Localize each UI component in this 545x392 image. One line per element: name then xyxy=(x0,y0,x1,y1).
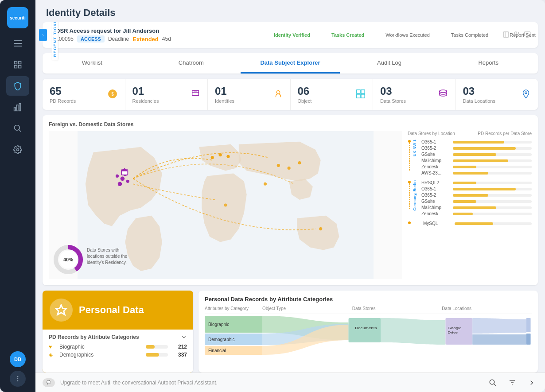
user-avatar[interactable]: DB xyxy=(10,351,26,367)
svg-point-37 xyxy=(116,175,119,178)
personal-data-panel: Personal Data PD Records by Attribute Ca… xyxy=(43,291,193,373)
stat-pd-records-label: PD Records xyxy=(50,98,76,104)
svg-rect-5 xyxy=(15,66,17,68)
legend-row-mailchimp: Mailchimp xyxy=(421,158,532,163)
sankey-demographic: Demographic xyxy=(205,334,262,345)
bottom-icons xyxy=(487,376,538,389)
svg-rect-2 xyxy=(14,46,22,47)
stat-identities-number: 01 xyxy=(215,85,234,97)
header: Identity Details xyxy=(35,0,545,22)
legend-bar-hrsql2 xyxy=(453,182,476,184)
ticket-progress: Identity Verified Tasks Created Workflow… xyxy=(274,32,495,38)
svg-rect-19 xyxy=(524,32,530,36)
pd-title: Personal Data xyxy=(79,304,144,316)
svg-point-14 xyxy=(17,378,19,380)
tab-audit-log[interactable]: Audit Log xyxy=(340,53,439,74)
sidebar: securiti DB xyxy=(0,0,35,392)
legend-row-aws: AWS-23... xyxy=(421,171,532,175)
stat-data-stores-label: Data Stores xyxy=(380,98,406,104)
svg-point-31 xyxy=(525,91,527,93)
sidebar-nav xyxy=(6,51,29,346)
search-icon-bottom[interactable] xyxy=(487,376,499,389)
legend-bar-o365-1-de xyxy=(453,188,516,190)
svg-rect-64 xyxy=(526,334,531,345)
ticket-icon-2[interactable] xyxy=(513,31,520,39)
svg-rect-0 xyxy=(14,40,22,41)
ticket-icon-1[interactable] xyxy=(502,31,510,39)
pd-chart-panel: Personal Data Records by Attribute Categ… xyxy=(199,291,538,373)
pd-record-label-demographics: Demographics xyxy=(59,352,142,358)
step-tasks-created: Tasks Created xyxy=(331,32,364,38)
svg-point-45 xyxy=(298,161,301,164)
svg-text:Drive: Drive xyxy=(448,330,458,334)
sidebar-item-search[interactable] xyxy=(6,119,29,138)
stat-object-content: 06 Object xyxy=(298,85,312,104)
donut-caption: Data Stores with locations outside the i… xyxy=(87,247,129,266)
pd-record-bar-fill-demographics xyxy=(146,353,159,357)
svg-point-56 xyxy=(408,221,411,224)
svg-rect-58 xyxy=(349,318,381,342)
legend-bar-o365-2-de xyxy=(453,194,488,197)
pd-record-count-biographic: 212 xyxy=(171,344,187,350)
legend-row-o365-2-de: O365-2 xyxy=(421,193,532,198)
region-label-mysql-empty xyxy=(413,221,419,225)
region-germany-rows: HRSQL2 O365-1 O365-2 xyxy=(421,180,532,217)
region-mysql: MySQL xyxy=(408,221,532,227)
legend-bar-mysql xyxy=(455,222,493,225)
svg-rect-6 xyxy=(19,66,21,68)
legend-bar-mailchimp-de xyxy=(453,206,496,209)
legend-bar-aws xyxy=(453,172,488,175)
pd-chart-col-locations: Data Locations xyxy=(442,306,532,311)
svg-point-35 xyxy=(118,182,122,186)
svg-rect-29 xyxy=(361,94,365,97)
sidebar-item-analytics[interactable] xyxy=(6,97,29,117)
map-visual: 40% Data Stores with locations outside t… xyxy=(49,131,402,279)
pd-records-header: PD Records by Attribute Categories xyxy=(49,334,187,340)
tab-chatroom[interactable]: Chatroom xyxy=(142,53,241,74)
donut-percent: 40% xyxy=(63,257,73,262)
ticket-title: DSR Access request for Jill Anderson xyxy=(56,27,171,34)
legend-row-o365-2: O365-2 xyxy=(421,146,532,151)
svg-point-44 xyxy=(288,167,291,170)
stat-residencies-number: 01 xyxy=(132,85,159,97)
tab-data-subject-explorer[interactable]: Data Subject Explorer xyxy=(241,53,340,74)
pd-records-section: PD Records by Attribute Categories ♥ Bio… xyxy=(43,330,193,373)
filter-icon-bottom[interactable] xyxy=(506,376,518,389)
svg-point-36 xyxy=(126,180,129,183)
legend-row-o365-1-de: O365-1 xyxy=(421,186,532,191)
ticket-icon-3[interactable] xyxy=(524,31,531,39)
lower-section: Foreign vs. Domestic Data Stores xyxy=(43,115,538,285)
pd-record-label-biographic: Biographic xyxy=(59,344,142,350)
bottom-bar: 💬 Upgrade to meet Auti, the conversation… xyxy=(35,373,545,392)
stat-residencies-icon xyxy=(191,89,200,100)
dropdown-chevron-icon[interactable] xyxy=(181,334,187,340)
svg-point-18 xyxy=(514,32,517,34)
arrow-icon-bottom[interactable] xyxy=(526,376,538,389)
logo-box: securiti xyxy=(7,7,28,28)
legend-row-mysql: MySQL xyxy=(423,221,532,226)
stat-residencies: 01 Residencies xyxy=(125,79,208,110)
more-options[interactable] xyxy=(10,371,26,387)
hamburger-menu[interactable] xyxy=(0,35,35,51)
sidebar-item-settings[interactable] xyxy=(6,140,29,159)
main-content: Identity Details › DSR Access request fo… xyxy=(35,0,545,392)
legend-bar-gsuite xyxy=(453,153,496,156)
pd-record-icon-biographic: ♥ xyxy=(49,344,56,350)
legend-col2-header: PD Records per Data Store xyxy=(478,131,532,136)
stat-data-locations: 03 Data Locations xyxy=(456,79,538,110)
svg-point-13 xyxy=(17,376,19,377)
stat-residencies-label: Residencies xyxy=(132,98,159,104)
map-content: 40% Data Stores with locations outside t… xyxy=(49,131,532,279)
tab-reports[interactable]: Reports xyxy=(439,53,538,74)
sidebar-item-shield[interactable] xyxy=(6,76,29,96)
sidebar-item-home[interactable] xyxy=(6,55,29,74)
sankey-financial: Financial xyxy=(205,346,262,355)
ticket-expand-btn[interactable]: › xyxy=(39,29,47,41)
svg-text:Google: Google xyxy=(448,326,461,330)
ticket-section: › DSR Access request for Jill Anderson 1… xyxy=(43,22,538,48)
tab-navigation: Worklist Chatroom Data Subject Explorer … xyxy=(43,53,538,74)
svg-point-25 xyxy=(276,90,280,93)
stat-identities-icon xyxy=(273,89,283,100)
svg-rect-4 xyxy=(19,62,21,64)
sankey-attributes: Biographic Demographic Financial xyxy=(205,316,262,360)
